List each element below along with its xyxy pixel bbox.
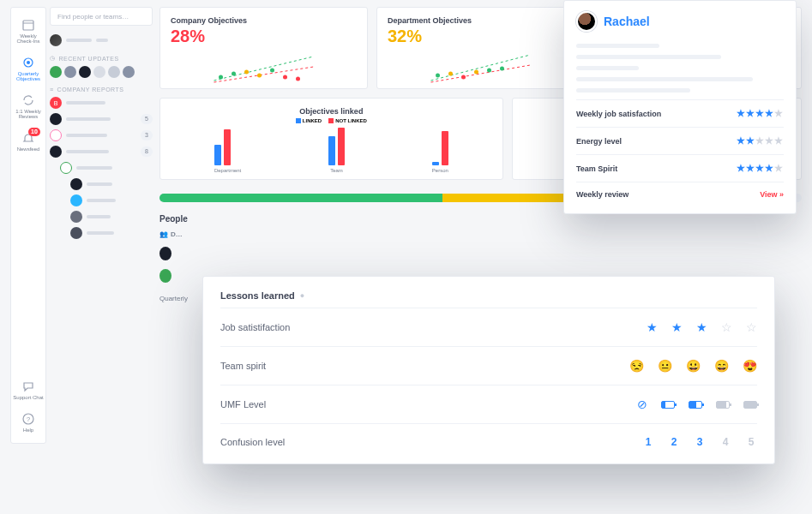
section-recent-updates: ◷RECENT UPDATES	[50, 55, 153, 62]
card-title: Department Objectives	[388, 16, 574, 25]
metric-row: Energy level ★★★★★	[576, 127, 784, 154]
tab-item[interactable]: 👥 D…	[159, 230, 183, 238]
company-objectives-card[interactable]: Company Objectives 28%	[159, 7, 368, 89]
metric-label: Energy level	[576, 137, 622, 146]
card-percent: 32%	[388, 27, 574, 46]
calendar-icon	[21, 18, 35, 32]
nav-label: Weekly Check-Ins	[12, 33, 45, 44]
loop-icon	[21, 93, 35, 107]
search-placeholder: Find people or teams…	[57, 13, 129, 21]
metric-label: Weekly job satisfaction	[576, 110, 661, 118]
svg-point-11	[283, 75, 287, 80]
lesson-row-team: Team spirit 😒😐😀😄😍	[220, 346, 757, 385]
people-row[interactable]	[159, 247, 802, 260]
report-row[interactable]: 3	[50, 129, 153, 141]
sidebar: Find people or teams… ◷RECENT UPDATES ≡C…	[50, 7, 153, 243]
star-rating: ★★★★★	[737, 135, 784, 146]
card-title: Company Objectives	[171, 16, 357, 25]
lesson-row-umf: UMF Level ⊘	[220, 385, 757, 423]
row-label: Confusion level	[220, 437, 285, 447]
number-rating-input[interactable]: 1 2 3 4 5	[642, 436, 757, 448]
lessons-learned-panel: Lessons learned● Job satistifaction ★★★☆…	[202, 276, 775, 464]
search-input[interactable]: Find people or teams…	[50, 7, 153, 26]
recent-avatars[interactable]	[50, 66, 153, 78]
nav-label: Quarterly Objectives	[12, 71, 45, 81]
svg-point-3	[27, 61, 30, 64]
metric-row: Team Spirit ★★★★★	[576, 154, 784, 182]
clock-icon: ◷	[50, 55, 56, 62]
report-child-row[interactable]	[70, 178, 153, 190]
view-link[interactable]: View »	[760, 190, 784, 199]
nav-newsfeed[interactable]: 10 Newsfeed	[12, 126, 45, 157]
user-name[interactable]: Rachael	[604, 15, 650, 28]
emoji-rating-input[interactable]: 😒😐😀😄😍	[629, 359, 757, 373]
row-label: Job satistifaction	[220, 322, 290, 332]
sparkline	[171, 51, 357, 86]
nav-quarterly-objectives[interactable]: Quarterly Objectives	[12, 51, 45, 87]
people-tabs: 👥 D…	[159, 230, 802, 238]
avatar	[576, 11, 597, 32]
list-icon: ≡	[50, 87, 54, 93]
report-row[interactable]: B	[50, 97, 153, 109]
lesson-row-job: Job satistifaction ★★★☆☆	[220, 308, 757, 346]
report-row[interactable]: 8	[50, 146, 153, 158]
department-objectives-card[interactable]: Department Objectives 32%	[376, 7, 585, 89]
bar-chart: Department Team Person	[171, 128, 492, 173]
battery-rating-input[interactable]: ⊘	[637, 397, 757, 411]
svg-point-6	[219, 75, 223, 80]
sparkline	[388, 51, 574, 86]
help-icon: ?	[21, 412, 35, 426]
report-row[interactable]: 5	[50, 113, 153, 125]
report-child-row[interactable]	[70, 194, 153, 206]
metric-label: Team Spirit	[576, 164, 617, 173]
svg-text:?: ?	[27, 415, 31, 423]
nav-11-reviews[interactable]: 1:1 Weekly Reviews	[12, 88, 45, 124]
star-rating-input[interactable]: ★★★☆☆	[647, 320, 757, 334]
card-percent: 28%	[171, 27, 357, 46]
svg-point-7	[232, 72, 236, 76]
nav-label: Support Chat	[13, 395, 43, 400]
row-label: Team spirit	[220, 361, 266, 371]
nav-label: 1:1 Weekly Reviews	[12, 109, 45, 119]
notification-badge: 10	[28, 128, 40, 136]
section-company-reports: ≡COMPANY REPORTS	[50, 87, 153, 93]
svg-rect-0	[23, 21, 33, 30]
people-heading: People	[159, 214, 802, 224]
target-icon	[21, 56, 35, 69]
nav-label: Newsfeed	[17, 146, 40, 152]
card-title: Objectives linked	[171, 107, 492, 116]
svg-point-15	[461, 75, 466, 80]
info-icon[interactable]: ●	[300, 291, 304, 300]
user-popover: Rachael Weekly job satisfaction ★★★★★ En…	[563, 0, 797, 214]
chat-icon	[21, 380, 35, 393]
left-nav-rail: Weekly Check-Ins Quarterly Objectives 1:…	[10, 7, 46, 444]
nav-help[interactable]: ? Help	[12, 407, 45, 438]
metric-row: Weekly job satisfaction ★★★★★	[576, 99, 784, 127]
svg-point-14	[448, 72, 453, 76]
legend: LINKED NOT LINKED	[171, 118, 492, 123]
svg-point-10	[270, 69, 274, 73]
panel-title: Lessons learned●	[220, 290, 757, 301]
row-label: UMF Level	[220, 399, 266, 409]
svg-point-17	[487, 69, 491, 73]
review-label: Weekly review	[576, 190, 629, 199]
star-rating: ★★★★★	[737, 163, 784, 174]
current-user-row[interactable]	[50, 34, 153, 46]
svg-point-13	[436, 74, 440, 78]
svg-point-8	[244, 70, 249, 75]
objectives-linked-card: Objectives linked LINKED NOT LINKED Depa…	[159, 98, 503, 180]
nav-support-chat[interactable]: Support Chat	[12, 374, 45, 405]
lesson-row-confusion: Confusion level 1 2 3 4 5	[220, 423, 757, 460]
star-rating: ★★★★★	[737, 108, 784, 119]
report-child-row[interactable]	[70, 227, 153, 239]
svg-point-16	[474, 70, 478, 75]
report-child-row[interactable]	[70, 211, 153, 223]
nav-label: Help	[23, 427, 33, 433]
svg-point-9	[257, 74, 262, 78]
report-child-row[interactable]	[60, 162, 153, 174]
nav-weekly-checkins[interactable]: Weekly Check-Ins	[12, 13, 45, 49]
review-row: Weekly review View »	[576, 182, 784, 206]
svg-point-12	[296, 77, 300, 81]
svg-point-18	[500, 67, 504, 71]
